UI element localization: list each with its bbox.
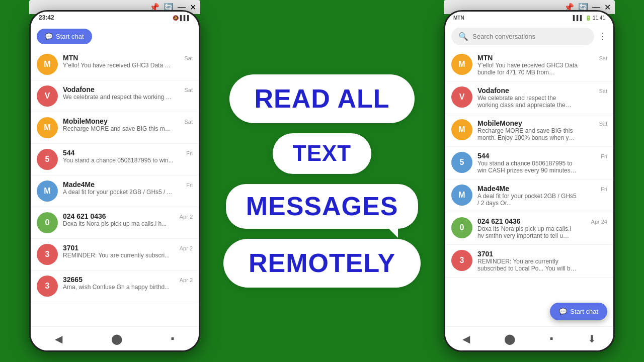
conv-name-544-right: 544 <box>477 152 489 160</box>
conv-preview-024-left: Doxa its Nora pls pick up ma calls.i h..… <box>63 220 174 227</box>
close-btn-right[interactable]: ✕ <box>604 3 611 12</box>
right-phone: MTN ▌▌▌ 🔋 11:41 🔍 ⋮ M MTN Sat <box>444 10 615 352</box>
avatar-3701-left: 3 <box>37 244 58 265</box>
overlay-read-all: READ ALL <box>255 84 390 113</box>
conv-item-mtn-right[interactable]: M MTN Sat Y'ello! You have received GHC3… <box>445 49 613 81</box>
conv-item-made4me-right[interactable]: M Made4Me Fri A deal fit for your pocket… <box>445 179 613 212</box>
conv-content-made4me-right: Made4Me Fri A deal fit for your pocket 2… <box>477 185 607 207</box>
conv-preview-mobilemoney-right: Recharge MORE and save BIG this month. E… <box>477 127 578 141</box>
right-status-icons: ▌▌▌ 🔋 11:41 <box>573 15 605 21</box>
conv-content-544-left: 544 Fri You stand a chance 0506187995 to… <box>63 149 193 164</box>
conv-preview-vodafone-right: We celebrate and respect the working cla… <box>477 95 578 109</box>
left-phone-screen: 23:42 🔕 ▌▌▌ 💬 Start chat M MTN Sat <box>31 12 199 350</box>
avatar-vodafone-left: V <box>37 85 58 107</box>
conv-item-3701-right[interactable]: 3 3701 REMINDER: You are currently subsc… <box>445 245 613 278</box>
conv-preview-024-right: Doxa its Nora pls pick up ma calls.i hv … <box>477 225 578 239</box>
conv-preview-544-right: You stand a chance 0506187995 to win CAS… <box>477 160 578 174</box>
conv-preview-32665-left: Ama, wish Confuse Gh a happy birthd... <box>63 284 174 291</box>
avatar-mobilemoney-right: M <box>451 119 472 140</box>
chat-icon-left: 💬 <box>45 33 53 40</box>
back-btn-right[interactable]: ◀ <box>458 329 474 349</box>
avatar-mtn-right: M <box>451 54 472 75</box>
avatar-544-right: 5 <box>451 152 472 173</box>
conv-item-024-right[interactable]: 0 024 621 0436 Apr 24 Doxa its Nora pls … <box>445 212 613 245</box>
conv-item-544-right[interactable]: 5 544 Fri You stand a chance 0506187995 … <box>445 147 613 179</box>
conv-time-made4me-right: Fri <box>601 186 607 192</box>
start-chat-label-right: Start chat <box>570 308 598 315</box>
conv-content-024-right: 024 621 0436 Apr 24 Doxa its Nora pls pi… <box>477 217 607 239</box>
start-chat-label-left: Start chat <box>56 33 84 40</box>
time-right: 11:41 <box>593 15 605 21</box>
conv-name-mtn-left: MTN <box>63 54 78 62</box>
start-chat-fab[interactable]: 💬 Start chat <box>550 303 607 320</box>
search-bar[interactable]: 🔍 <box>451 28 594 45</box>
conv-name-vodafone-left: Vodafone <box>63 85 95 94</box>
left-bottom-nav: ◀ ⬤ ▪ <box>31 326 199 350</box>
left-status-icons: 🔕 ▌▌▌ <box>173 15 191 21</box>
conv-time-vodafone-right: Sat <box>599 88 607 94</box>
right-action-bar: 🔍 ⋮ <box>445 24 613 49</box>
menu-btn-right[interactable]: ⬇ <box>584 329 600 349</box>
conv-item-mtn-left[interactable]: M MTN Sat Y'ello! You have received GHC3… <box>31 49 199 80</box>
conv-item-vodafone-left[interactable]: V Vodafone Sat We celebrate and respect … <box>31 80 199 112</box>
conv-content-32665-left: 32665 Apr 2 Ama, wish Confuse Gh a happy… <box>63 276 193 291</box>
text-bubble: TEXT <box>273 133 371 173</box>
right-conversation-list: M MTN Sat Y'ello! You have received GHC3… <box>445 49 613 326</box>
left-conversation-list: M MTN Sat Y'ello! You have received GHC3… <box>31 49 199 350</box>
conv-preview-3701-right: REMINDER: You are currently subscribed t… <box>477 258 578 272</box>
conv-time-024-right: Apr 24 <box>591 219 607 225</box>
avatar-024-right: 0 <box>451 217 472 238</box>
conv-time-made4me-left: Fri <box>186 182 193 188</box>
avatar-32665-left: 3 <box>37 276 58 297</box>
conv-name-made4me-left: Made4Me <box>63 180 95 189</box>
conv-content-mtn-left: MTN Sat Y'ello! You have received GHC3 D… <box>63 54 193 69</box>
home-btn-left[interactable]: ⬤ <box>107 329 126 349</box>
more-options-icon[interactable]: ⋮ <box>598 31 607 42</box>
right-bottom-nav: ◀ ⬤ ▪ ⬇ <box>445 326 613 350</box>
conv-preview-mtn-left: Y'ello! You have received GHC3 Data bu..… <box>63 62 174 69</box>
conv-time-32665-left: Apr 2 <box>180 277 193 283</box>
left-action-bar: 💬 Start chat <box>31 24 199 49</box>
conv-preview-mobilemoney-left: Recharge MORE and save BIG this mont... <box>63 125 174 132</box>
conv-item-024-left[interactable]: 0 024 621 0436 Apr 2 Doxa its Nora pls p… <box>31 207 199 239</box>
conv-name-3701-right: 3701 <box>477 250 493 258</box>
conv-preview-3701-left: REMINDER: You are currently subscri... <box>63 252 174 259</box>
right-status-bar: MTN ▌▌▌ 🔋 11:41 <box>445 12 613 24</box>
search-input[interactable] <box>472 33 587 40</box>
conv-content-mobilemoney-left: MobileMoney Sat Recharge MORE and save B… <box>63 117 193 132</box>
conv-name-32665-left: 32665 <box>63 276 83 284</box>
avatar-vodafone-right: V <box>451 86 472 108</box>
start-chat-button-left[interactable]: 💬 Start chat <box>37 29 92 44</box>
conv-item-made4me-left[interactable]: M Made4Me Fri A deal fit for your pocket… <box>31 175 199 207</box>
home-btn-right[interactable]: ⬤ <box>500 329 519 349</box>
conv-item-3701-left[interactable]: 3 3701 Apr 2 REMINDER: You are currently… <box>31 239 199 270</box>
conv-name-mtn-right: MTN <box>477 54 493 62</box>
conv-item-544-left[interactable]: 5 544 Fri You stand a chance 0506187995 … <box>31 144 199 175</box>
conv-item-vodafone-right[interactable]: V Vodafone Sat We celebrate and respect … <box>445 81 613 114</box>
close-btn[interactable]: ✕ <box>190 3 196 12</box>
conv-preview-made4me-left: A deal fit for your pocket 2GB / GHs5 / … <box>63 189 174 196</box>
conv-name-made4me-right: Made4Me <box>477 185 509 193</box>
conv-time-544-right: Fri <box>601 153 607 159</box>
right-phone-screen: MTN ▌▌▌ 🔋 11:41 🔍 ⋮ M MTN Sat <box>445 12 613 350</box>
conv-content-544-right: 544 Fri You stand a chance 0506187995 to… <box>477 152 607 174</box>
recent-btn-left[interactable]: ▪ <box>167 329 179 348</box>
recent-btn-right[interactable]: ▪ <box>546 329 557 348</box>
left-time: 23:42 <box>39 14 54 21</box>
conv-time-544-left: Fri <box>186 150 193 156</box>
read-all-bubble: READ ALL <box>229 74 415 123</box>
avatar-mobilemoney-left: M <box>37 117 58 138</box>
conv-item-32665-left[interactable]: 3 32665 Apr 2 Ama, wish Confuse Gh a hap… <box>31 270 199 302</box>
conv-preview-made4me-right: A deal fit for your pocket 2GB / GHs5 / … <box>477 193 578 207</box>
conv-time-mobilemoney-right: Sat <box>599 121 607 127</box>
fab-chat-icon: 💬 <box>559 308 567 315</box>
conv-item-mobilemoney-left[interactable]: M MobileMoney Sat Recharge MORE and save… <box>31 112 199 144</box>
conv-preview-544-left: You stand a chance 0506187995 to win... <box>63 157 174 164</box>
overlay-messages: MESSAGES <box>246 192 398 221</box>
conv-item-mobilemoney-right[interactable]: M MobileMoney Sat Recharge MORE and save… <box>445 114 613 147</box>
left-status-bar: 23:42 🔕 ▌▌▌ <box>31 12 199 24</box>
mute-icon: 🔕 <box>173 15 179 21</box>
back-btn-left[interactable]: ◀ <box>51 329 66 349</box>
conv-time-mtn-right: Sat <box>599 55 607 61</box>
conv-name-024-left: 024 621 0436 <box>63 212 106 220</box>
